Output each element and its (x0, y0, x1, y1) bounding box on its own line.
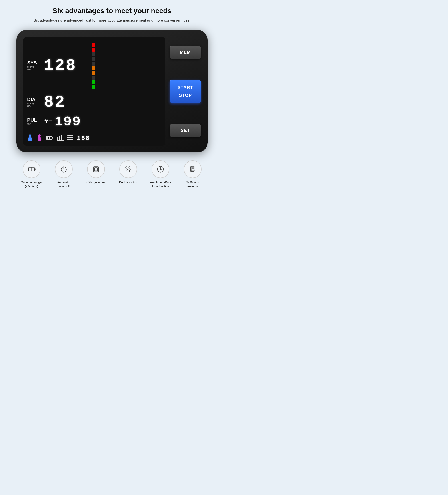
dia-label: DIA (27, 97, 42, 102)
page-title: Six advantages to meet your needs (52, 7, 171, 15)
ind-dark-2 (92, 57, 95, 61)
wide-cuff-label: Wide cuff range(22-42cm) (21, 180, 42, 188)
pul-label: PUL (27, 118, 42, 123)
svg-rect-8 (49, 137, 50, 139)
stop-label: STOP (179, 93, 192, 98)
svg-point-41 (160, 169, 161, 169)
features-row: Wide cuff range(22-42cm) Automaticpower-… (16, 160, 208, 188)
wide-cuff-icon-circle (23, 160, 41, 178)
svg-rect-14 (67, 136, 73, 136)
pulse-icon (44, 118, 52, 125)
hd-screen-icon-circle (87, 160, 105, 178)
svg-rect-16 (67, 139, 73, 140)
buttons-column: MEM START STOP SET (170, 37, 201, 146)
page-subtitle: Six advantages are advanced, just for mo… (34, 17, 191, 23)
divider-1 (27, 92, 162, 92)
start-label: START (178, 85, 193, 90)
svg-text:A: A (29, 138, 31, 141)
start-stop-button[interactable]: START STOP (170, 80, 201, 103)
screen-bottom-row: A B (27, 132, 162, 143)
svg-rect-27 (93, 166, 99, 172)
sys-reading-row: SYS mmHgkPa 128 (27, 41, 162, 91)
double-switch-icon-circle: 1 2 (119, 160, 137, 178)
dia-value: 82 (44, 94, 88, 110)
ind-red-2 (92, 48, 95, 52)
ind-green-2 (92, 85, 95, 89)
blood-pressure-monitor: SYS mmHgkPa 128 (16, 30, 208, 152)
memory-icon-circle (184, 160, 202, 178)
pul-label-col: PUL /min (27, 118, 42, 125)
svg-text:2: 2 (129, 171, 130, 172)
dia-reading-row: DIA mmHgkPa 82 (27, 94, 162, 111)
svg-rect-7 (46, 137, 48, 139)
svg-rect-13 (57, 140, 64, 141)
svg-rect-10 (57, 137, 58, 140)
dia-label-col: DIA mmHgkPa (27, 97, 42, 108)
feature-hd-screen: HD large screen (82, 160, 110, 184)
feature-memory: 2x90 setsmemory (178, 160, 207, 188)
pul-reading-row: PUL /min 199 (27, 114, 162, 129)
pul-value: 199 (55, 115, 81, 128)
ind-orange-2 (92, 71, 95, 75)
bottom-digits: 188 (77, 135, 90, 142)
sys-units: mmHgkPa (27, 65, 42, 71)
svg-point-0 (29, 134, 31, 137)
bar-chart-icon (57, 135, 64, 142)
auto-power-label: Automaticpower-off (57, 180, 70, 188)
feature-auto-power: Automaticpower-off (49, 160, 78, 188)
mem-button[interactable]: MEM (170, 46, 201, 59)
dia-units: mmHgkPa (27, 102, 42, 108)
datetime-icon-circle (152, 160, 169, 178)
svg-rect-15 (67, 137, 73, 138)
svg-point-32 (129, 166, 130, 168)
person-a-icon: A (27, 134, 33, 143)
indicator-bar (92, 42, 95, 90)
ind-orange-1 (92, 66, 95, 70)
svg-rect-9 (52, 137, 53, 138)
list-icon (67, 135, 73, 141)
ind-dark-1 (92, 52, 95, 56)
svg-text:B: B (39, 138, 40, 141)
svg-text:1: 1 (126, 171, 127, 172)
svg-rect-28 (94, 168, 97, 171)
datetime-label: Year/Month/DateTime function (150, 180, 171, 188)
device-screen: SYS mmHgkPa 128 (23, 37, 165, 146)
svg-rect-11 (59, 136, 60, 140)
ind-dark-3 (92, 62, 95, 66)
person-b-icon: B (36, 134, 42, 143)
svg-point-29 (125, 166, 127, 168)
sys-label: SYS (27, 60, 42, 65)
sys-label-col: SYS mmHgkPa (27, 60, 42, 71)
feature-double-switch: 1 2 Double switch (114, 160, 143, 184)
ind-red-1 (92, 43, 95, 47)
sys-value: 128 (44, 58, 88, 74)
pul-units: /min (27, 123, 42, 125)
double-switch-label: Double switch (119, 180, 137, 184)
button-divider (175, 91, 196, 92)
hd-screen-label: HD large screen (86, 180, 106, 184)
ind-dark-4 (92, 76, 95, 80)
memory-label: 2x90 setsmemory (187, 180, 199, 188)
device-wrapper: SYS mmHgkPa 128 (16, 30, 208, 152)
feature-datetime: Year/Month/DateTime function (146, 160, 175, 188)
svg-point-3 (38, 134, 41, 137)
feature-wide-cuff: Wide cuff range(22-42cm) (17, 160, 46, 188)
auto-power-icon-circle (55, 160, 73, 178)
ind-green-1 (92, 80, 95, 84)
battery-icon (46, 136, 53, 141)
svg-rect-12 (61, 135, 62, 140)
set-button[interactable]: SET (170, 124, 201, 137)
